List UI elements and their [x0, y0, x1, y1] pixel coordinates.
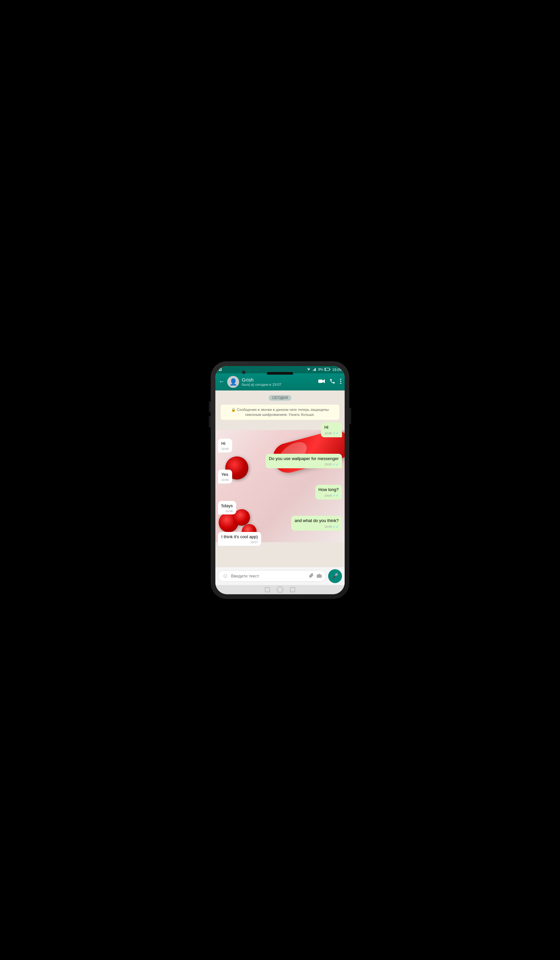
- bubble-meta: 19:07: [221, 540, 258, 544]
- message-text: Yes: [221, 472, 228, 477]
- message-time: 19:05: [221, 447, 229, 451]
- message-input[interactable]: [231, 573, 306, 578]
- message-ticks: ✓✓: [333, 431, 339, 436]
- video-call-icon[interactable]: [318, 379, 325, 384]
- status-indicators: 8% 19:09: [306, 368, 341, 372]
- message-time: 19:06: [225, 509, 233, 514]
- bubble-meta: 19:06: [221, 509, 233, 514]
- message-ticks: ✓✓: [333, 493, 339, 498]
- bubble-meta: 19:06 ✓✓: [318, 493, 339, 498]
- attach-icon[interactable]: [309, 573, 314, 579]
- message-time: 19:05: [324, 462, 332, 467]
- svg-point-8: [340, 379, 341, 380]
- status-notifications: 🖼: [219, 368, 304, 371]
- svg-point-10: [340, 383, 341, 384]
- message-time: 19:06: [221, 478, 229, 482]
- nav-home-icon[interactable]: [277, 586, 283, 593]
- bubble-meta: 19:06 ✓✓: [294, 524, 339, 529]
- emoji-button[interactable]: ☺: [222, 573, 228, 579]
- nav-back-icon[interactable]: [265, 587, 270, 592]
- back-button[interactable]: ←: [219, 378, 225, 385]
- message-bubble-received-6: 5days 19:06: [218, 501, 236, 515]
- vol-up-button[interactable]: [209, 401, 211, 413]
- svg-rect-7: [318, 379, 323, 383]
- message-text: Hi: [324, 425, 328, 430]
- message-ticks: ✓✓: [333, 462, 339, 467]
- power-button[interactable]: [349, 408, 351, 424]
- chat-messages: СЕГОДНЯ 🔒 Сообщения и звонки в данном ча…: [218, 393, 342, 546]
- earpiece-speaker: [267, 372, 293, 374]
- message-text: 5days: [221, 503, 233, 508]
- message-input-container[interactable]: ☺: [218, 570, 326, 582]
- message-time: 19:06: [324, 494, 332, 498]
- message-bubble-received-8: I think it's cool app) 19:07: [218, 532, 261, 546]
- svg-rect-2: [314, 369, 315, 371]
- camera-icon[interactable]: [317, 573, 322, 579]
- message-time: 19:05: [324, 431, 332, 436]
- contact-name: Grish: [242, 377, 315, 382]
- date-divider: СЕГОДНЯ: [269, 394, 291, 401]
- bottom-nav-bar: [215, 585, 345, 594]
- message-bubble-sent-3: Do you use wallpaper for messenger 19:05…: [266, 454, 342, 469]
- signal-icon: [313, 368, 317, 372]
- date-badge-label: СЕГОДНЯ: [269, 395, 291, 401]
- message-text: How long?: [318, 487, 339, 492]
- avatar-person-icon: 👤: [229, 378, 237, 386]
- svg-rect-1: [314, 370, 314, 371]
- svg-rect-6: [330, 369, 330, 370]
- message-text: Hi: [221, 441, 225, 446]
- svg-rect-3: [315, 368, 316, 371]
- message-time: 19:07: [250, 540, 258, 544]
- contact-avatar[interactable]: 👤: [227, 376, 239, 388]
- vol-down-button[interactable]: [209, 416, 211, 427]
- phone-screen: 🖼 8%: [215, 366, 345, 594]
- battery-level: 8%: [318, 368, 323, 371]
- message-text: I think it's cool app): [221, 534, 258, 539]
- bubble-meta: 19:05 ✓✓: [269, 462, 339, 467]
- bubble-meta: 19:05 ✓✓: [324, 431, 339, 436]
- message-bubble-sent-7: and what do you think? 19:06 ✓✓: [291, 516, 342, 531]
- wifi-icon: [306, 368, 311, 372]
- nav-recents-icon[interactable]: [290, 587, 295, 592]
- contact-info[interactable]: Grish был(-а) сегодня в 19:07: [242, 377, 315, 387]
- svg-point-9: [340, 381, 341, 382]
- message-bubble-sent-1: Hi 19:05 ✓✓: [321, 422, 342, 437]
- chat-body: СЕГОДНЯ 🔒 Сообщения и звонки в данном ча…: [215, 390, 345, 567]
- battery-icon: [325, 368, 330, 372]
- status-time: 19:09: [332, 368, 341, 372]
- message-bubble-received-2: Hi 19:05: [218, 438, 232, 453]
- notification-icon: 🖼: [219, 368, 222, 371]
- chat-header: ← 👤 Grish был(-а) сегодня в 19:07: [215, 373, 345, 390]
- encryption-notice[interactable]: 🔒 Сообщения и звонки в данном чате тепер…: [221, 405, 339, 420]
- message-text: Do you use wallpaper for messenger: [269, 456, 339, 461]
- message-time: 19:06: [324, 525, 332, 529]
- microphone-icon: 🎤: [332, 573, 338, 579]
- message-ticks: ✓✓: [333, 524, 339, 529]
- message-text: and what do you think?: [294, 518, 339, 523]
- mic-button[interactable]: 🎤: [328, 569, 342, 583]
- chat-input-bar: ☺ 🎤: [215, 567, 345, 585]
- front-camera: [242, 371, 245, 374]
- message-bubble-sent-5: How long? 19:06 ✓✓: [315, 485, 342, 500]
- svg-rect-0: [313, 370, 313, 371]
- bubble-meta: 19:06: [221, 478, 229, 482]
- contact-status: был(-а) сегодня в 19:07: [242, 382, 315, 387]
- phone-device: 🖼 8%: [211, 362, 349, 599]
- bubble-meta: 19:05: [221, 447, 229, 451]
- message-bubble-received-4: Yes 19:06: [218, 470, 232, 483]
- svg-rect-5: [325, 368, 325, 370]
- voice-call-icon[interactable]: [330, 378, 335, 385]
- header-actions: [318, 378, 341, 385]
- more-options-icon[interactable]: [340, 378, 341, 385]
